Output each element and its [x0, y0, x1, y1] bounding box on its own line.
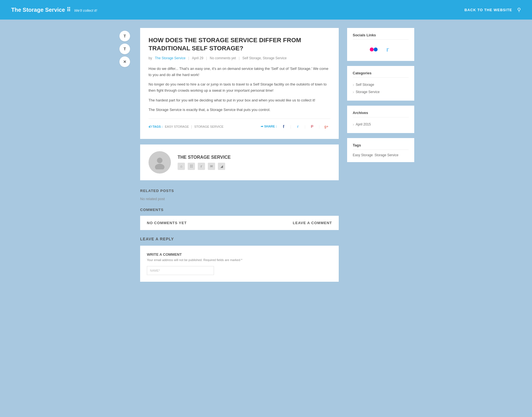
svg-point-1	[155, 164, 164, 169]
article-tags: 🏷 TAGS : EASY STORAGE | STORAGE SERVICE	[149, 125, 223, 129]
avatar-icon	[153, 155, 167, 169]
header: The Storage Service ⠿ We'll collect it! …	[0, 0, 532, 20]
meta-comments: No comments yet	[210, 56, 236, 60]
right-sidebar: Socials Links 𝕣 Categories Self Storage …	[347, 28, 414, 282]
article-title: HOW DOES THE STORAGE SERVICE DIFFER FROM…	[149, 36, 330, 52]
tag-storage-service-sidebar[interactable]: Storage Service	[375, 153, 398, 157]
tag-easy-storage[interactable]: EASY STORAGE	[165, 125, 189, 128]
flickr-icon[interactable]	[369, 45, 378, 54]
category-self-storage[interactable]: Self Storage	[353, 81, 409, 88]
article-meta: by The Storage Service | April 29 | No c…	[149, 56, 330, 60]
back-to-website-link[interactable]: BACK TO THE WEBSITE	[465, 8, 512, 12]
logo-title: The Storage Service ⠿	[11, 7, 71, 13]
share-facebook-button[interactable]: f	[280, 123, 288, 131]
header-right: BACK TO THE WEBSITE ⚲	[465, 7, 521, 13]
archive-list: April 2015	[353, 121, 409, 128]
reply-title: LEAVE A REPLY	[140, 237, 339, 241]
article-card: HOW DOES THE STORAGE SERVICE DIFFER FROM…	[140, 28, 339, 139]
comments-section: COMMENTS NO COMMENTS YET LEAVE A COMMENT	[140, 208, 339, 230]
author-links: ⌂ ☷ 𝕣 ✉ ◢	[178, 163, 231, 170]
share-pinterest-button[interactable]: P	[308, 123, 316, 131]
logo: The Storage Service ⠿ We'll collect it!	[11, 6, 97, 13]
categories-widget: Categories Self Storage Storage Service	[347, 66, 414, 101]
share-button-x[interactable]: ✕	[119, 56, 130, 67]
tags-title: Tags	[353, 143, 409, 150]
author-name: THE STORAGE SERVICE	[178, 155, 231, 160]
article-para-4: The Storage Service is exactly that, a S…	[149, 107, 330, 113]
article-para-2: No longer do you need to hire a car or j…	[149, 81, 330, 94]
socials-widget: Socials Links 𝕣	[347, 28, 414, 61]
reply-box: WRITE A COMMENT Your email address will …	[140, 246, 339, 282]
article-footer: 🏷 TAGS : EASY STORAGE | STORAGE SERVICE …	[149, 119, 330, 131]
comments-title: COMMENTS	[140, 208, 339, 212]
tag-list: Easy Storage Storage Service	[353, 153, 409, 157]
name-input[interactable]	[147, 266, 214, 275]
author-info: THE STORAGE SERVICE ⌂ ☷ 𝕣 ✉ ◢	[178, 155, 231, 170]
page-wrapper: T T ✕ HOW DOES THE STORAGE SERVICE DIFFE…	[112, 20, 420, 290]
tags-widget: Tags Easy Storage Storage Service	[347, 138, 414, 162]
no-related-text: No related post	[140, 197, 339, 201]
social-links: 𝕣	[353, 43, 409, 56]
author-rss-icon[interactable]: ◢	[218, 163, 225, 170]
related-section: RELATED POSTS No related post	[140, 189, 339, 201]
meta-tags: Self Storage, Storage Service	[243, 56, 287, 60]
author-email-icon[interactable]: ✉	[208, 163, 215, 170]
archives-widget: Archives April 2015	[347, 106, 414, 133]
flickr-svg	[370, 48, 378, 51]
category-list: Self Storage Storage Service	[353, 81, 409, 96]
write-comment-label: WRITE A COMMENT	[147, 252, 332, 257]
author-link[interactable]: The Storage Service	[155, 56, 185, 60]
category-storage-service[interactable]: Storage Service	[353, 88, 409, 96]
logo-sub: We'll collect it!	[74, 8, 97, 13]
archive-april-2015[interactable]: April 2015	[353, 121, 409, 128]
twitter-icon[interactable]: 𝕣	[383, 45, 392, 54]
no-comments-text: NO COMMENTS YET	[147, 221, 187, 225]
search-icon[interactable]: ⚲	[517, 7, 521, 13]
comments-box: NO COMMENTS YET LEAVE A COMMENT	[140, 216, 339, 230]
share-button-t2[interactable]: T	[119, 44, 130, 54]
leave-comment-link[interactable]: LEAVE A COMMENT	[293, 221, 332, 225]
meta-by: by	[149, 56, 152, 60]
share-button-t1[interactable]: T	[119, 31, 130, 41]
share-twitter-button[interactable]: 𝕣	[294, 123, 302, 131]
reply-section: LEAVE A REPLY WRITE A COMMENT Your email…	[140, 237, 339, 282]
article-body: How do we differ... That's an easy one, …	[149, 66, 330, 113]
article-para-3: The hardest part for you will be decidin…	[149, 97, 330, 103]
author-home-icon[interactable]: ⌂	[178, 163, 185, 170]
article-share: ➦ SHARE : f | 𝕣 | P | g+	[261, 123, 330, 131]
svg-point-0	[157, 158, 163, 163]
article-para-1: How do we differ... That's an easy one, …	[149, 66, 330, 78]
svg-point-2	[370, 48, 374, 51]
archives-title: Archives	[353, 111, 409, 117]
tags-label: 🏷 TAGS :	[149, 125, 163, 128]
email-notice: Your email address will not be published…	[147, 258, 332, 262]
left-sidebar: T T ✕	[118, 28, 132, 282]
author-grid-icon[interactable]: ☷	[188, 163, 195, 170]
socials-title: Socials Links	[353, 33, 409, 40]
author-avatar	[149, 151, 171, 174]
author-twitter-icon[interactable]: 𝕣	[198, 163, 205, 170]
tag-easy-storage-sidebar[interactable]: Easy Storage	[353, 153, 373, 157]
tag-storage-service[interactable]: STORAGE SERVICE	[194, 125, 223, 128]
meta-date: April 29	[192, 56, 203, 60]
share-googleplus-button[interactable]: g+	[323, 123, 330, 131]
main-content: HOW DOES THE STORAGE SERVICE DIFFER FROM…	[140, 28, 339, 282]
author-card: THE STORAGE SERVICE ⌂ ☷ 𝕣 ✉ ◢	[140, 144, 339, 180]
share-label: ➦ SHARE :	[261, 125, 277, 128]
categories-title: Categories	[353, 71, 409, 78]
svg-point-3	[374, 48, 378, 51]
related-posts-title: RELATED POSTS	[140, 189, 339, 193]
